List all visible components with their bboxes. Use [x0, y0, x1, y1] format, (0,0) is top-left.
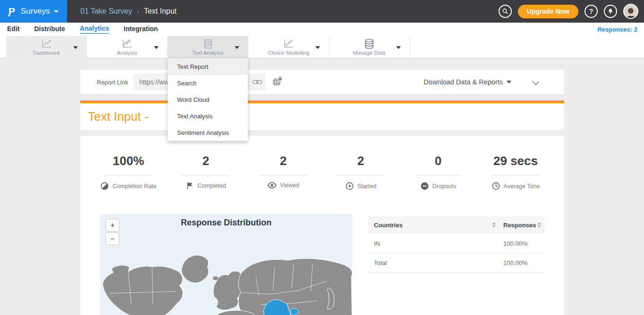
link-icon — [252, 77, 263, 87]
brand-menu[interactable]: P Surveys — [0, 0, 67, 23]
stat-value: 2 — [357, 154, 364, 168]
eye-icon — [267, 182, 277, 189]
menu-item-search[interactable]: Search — [168, 75, 248, 91]
tab-text-analysis[interactable]: Text Analysis — [168, 36, 248, 58]
stat-label: Average Time — [504, 183, 540, 190]
divider — [105, 175, 152, 175]
upgrade-now-button[interactable]: Upgrade Now — [518, 5, 578, 18]
breadcrumb: 01 Take Survey › Text Input — [80, 0, 177, 23]
tab-label: Manage Data — [353, 50, 385, 56]
stat-label: Dropouts — [432, 183, 457, 190]
caret-down-icon[interactable] — [73, 46, 78, 49]
sort-responses-icon[interactable] — [537, 222, 541, 228]
stat-label: Completion Rate — [112, 183, 156, 190]
stat-average-time: 29 secs Average Time — [477, 154, 554, 191]
breadcrumb-separator: › — [137, 8, 139, 15]
stat-label: Completed — [197, 182, 226, 189]
completion-rate-icon — [100, 182, 109, 191]
responses-count[interactable]: Responses: 2 — [597, 23, 637, 36]
nav-item-integration[interactable]: Integration — [124, 25, 158, 33]
survey-nav: Edit Distribute Analytics Integration Re… — [0, 23, 644, 36]
stat-value: 29 secs — [493, 154, 538, 168]
responses-column-header[interactable]: Responses — [503, 222, 536, 229]
copy-link-button[interactable] — [252, 77, 263, 88]
stat-value: 2 — [203, 154, 209, 168]
tab-manage-data[interactable]: Manage Data — [329, 36, 410, 58]
questionpro-logo-icon: P — [8, 6, 15, 17]
scatter-chart-icon — [282, 39, 295, 49]
tab-dashboard[interactable]: Dashboard — [6, 36, 87, 58]
report-link-bar: Report Link Download Data & Reports — [80, 70, 564, 94]
divider — [492, 175, 539, 175]
search-button[interactable] — [499, 5, 512, 18]
tab-label: Analysis — [117, 50, 137, 56]
title-card: Text Input - — [80, 103, 564, 130]
download-label: Download Data & Reports — [424, 78, 503, 86]
avatar-photo — [624, 6, 637, 19]
menu-item-text-report[interactable]: Text Report — [168, 58, 248, 75]
page-title: Text Input - — [88, 103, 152, 130]
menu-item-text-analysis[interactable]: Text Analysis — [168, 108, 248, 124]
map-north-america — [103, 265, 183, 315]
report-link-label: Report Link — [97, 70, 128, 94]
countries-table-header: Countries Responses — [368, 216, 544, 234]
tab-label: Choice Modelling — [268, 50, 309, 56]
tab-analysis[interactable]: Analysis — [87, 36, 168, 58]
user-avatar[interactable] — [623, 4, 638, 19]
world-map[interactable] — [100, 248, 352, 315]
caret-down-icon[interactable] — [396, 46, 401, 49]
caret-down-icon — [54, 10, 59, 13]
database-icon — [363, 39, 375, 49]
tab-label: Text Analysis — [192, 50, 223, 56]
menu-item-word-cloud[interactable]: Word Cloud — [168, 91, 248, 108]
report-visibility-button[interactable] — [271, 76, 283, 89]
nav-item-edit[interactable]: Edit — [7, 25, 19, 33]
responses-cell: 100.00% — [503, 240, 527, 247]
globe-lock-icon — [271, 76, 283, 87]
flag-icon — [186, 182, 194, 190]
caret-down-icon[interactable] — [235, 46, 239, 49]
countries-column-header[interactable]: Countries — [374, 222, 403, 229]
caret-down-icon[interactable] — [154, 46, 159, 49]
search-icon — [502, 8, 508, 15]
divider — [260, 175, 307, 175]
divider — [182, 175, 229, 175]
countries-table: Countries Responses IN 100.00% Total 100… — [368, 216, 544, 273]
header-actions: Upgrade Now ? — [499, 0, 638, 23]
stat-label: Viewed — [280, 182, 299, 189]
map-title: Response Distribution — [100, 218, 352, 228]
tab-label: Dashboard — [33, 50, 59, 56]
sort-countries-icon[interactable] — [492, 222, 496, 228]
breadcrumb-survey-link[interactable]: 01 Take Survey — [80, 7, 132, 16]
caret-down-icon[interactable] — [315, 46, 320, 49]
stat-viewed: 2 Viewed — [245, 154, 322, 191]
responses-cell: 100.00% — [503, 259, 527, 266]
download-data-reports-dropdown[interactable]: Download Data & Reports — [424, 70, 511, 94]
response-distribution-map[interactable]: Response Distribution + − — [100, 214, 352, 315]
caret-down-icon — [507, 81, 511, 83]
map-zoom-out-button[interactable]: − — [106, 232, 119, 245]
nav-item-analytics[interactable]: Analytics — [80, 25, 109, 34]
report-main-card: 100% Completion Rate 2 Completed 2 — [80, 136, 564, 315]
tab-choice-modelling[interactable]: Choice Modelling — [248, 36, 329, 58]
table-row-in: IN 100.00% — [368, 234, 544, 253]
stat-started: 2 Started — [322, 154, 399, 191]
menu-item-sentiment-analysis[interactable]: Sentiment Analysis — [168, 124, 248, 141]
help-button[interactable]: ? — [585, 5, 598, 18]
breadcrumb-current-page: Text Input — [144, 7, 177, 16]
analytics-toolbar: Dashboard Analysis Text Analysis Choice … — [0, 36, 644, 58]
bell-icon — [607, 8, 614, 15]
text-analysis-menu: Text Report Search Word Cloud Text Analy… — [168, 58, 248, 141]
map-zoom-in-button[interactable]: + — [106, 219, 119, 232]
nav-item-distribute[interactable]: Distribute — [34, 25, 65, 33]
stats-row: 100% Completion Rate 2 Completed 2 — [90, 154, 554, 191]
map-asia — [238, 258, 352, 315]
notifications-button[interactable] — [604, 5, 617, 18]
stat-completed: 2 Completed — [167, 154, 245, 191]
divider — [415, 175, 462, 175]
stat-completion-rate: 100% Completion Rate — [90, 154, 167, 191]
divider — [337, 175, 384, 175]
map-greenland — [181, 255, 208, 282]
collapse-chevron-icon[interactable] — [532, 78, 539, 85]
country-cell: IN — [374, 240, 380, 247]
